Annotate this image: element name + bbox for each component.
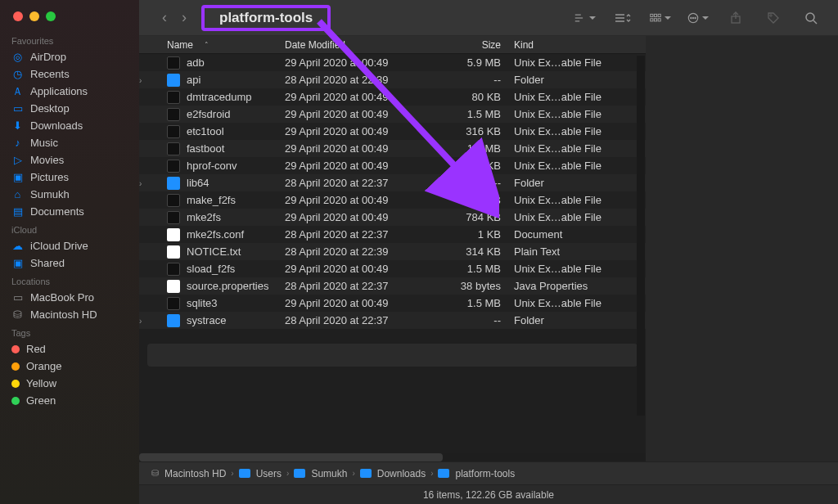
tag-dot-icon	[11, 345, 20, 353]
share-button[interactable]	[725, 9, 746, 27]
file-row[interactable]: dmtracedump 29 April 2020 at 00:49 80 KB…	[139, 88, 646, 106]
sidebar-item-airdrop[interactable]: ◎ AirDrop	[0, 48, 139, 65]
file-row[interactable]: › api 28 April 2020 at 22:39 -- Folder	[139, 71, 646, 88]
path-crumb[interactable]: Sumukh	[294, 468, 347, 479]
sidebar-item-downloads[interactable]: ⬇ Downloads	[0, 117, 139, 134]
column-header-date[interactable]: Date Modified	[285, 39, 440, 51]
vertical-scrollbar[interactable]	[637, 56, 645, 416]
file-row[interactable]: fastboot 29 April 2020 at 00:49 1.7 MB U…	[139, 140, 646, 157]
file-date: 29 April 2020 at 00:49	[285, 108, 440, 120]
file-name: dmtracedump	[187, 91, 251, 103]
forward-button[interactable]: ›	[182, 9, 187, 26]
sidebar-item-home[interactable]: ⌂ Sumukh	[0, 186, 139, 203]
svg-point-19	[806, 13, 814, 21]
sidebar-item-desktop[interactable]: ▭ Desktop	[0, 100, 139, 117]
crumb-label: platform-tools	[455, 468, 515, 479]
sidebar-item-hdd[interactable]: ⛁ Macintosh HD	[0, 306, 139, 323]
file-row[interactable]: make_f2fs 29 April 2020 at 00:49 257 KB …	[139, 191, 646, 209]
path-crumb[interactable]: ⛁Macintosh HD	[149, 467, 226, 479]
svg-point-18	[770, 14, 772, 16]
column-header-row: Name˄ Date Modified Size Kind	[139, 36, 646, 54]
file-kind: Unix Ex…able File	[514, 160, 628, 172]
file-date: 29 April 2020 at 00:49	[285, 125, 440, 137]
laptop-icon: ▭	[11, 291, 24, 304]
file-size: 1.5 MB	[440, 297, 514, 309]
file-row[interactable]: source.properties 28 April 2020 at 22:37…	[139, 277, 646, 295]
sidebar-tag-green[interactable]: Green	[0, 392, 139, 409]
sidebar-item-music[interactable]: ♪ Music	[0, 134, 139, 151]
file-kind: Folder	[514, 74, 628, 86]
minimize-window-button[interactable]	[29, 11, 39, 21]
file-row[interactable]: sload_f2fs 29 April 2020 at 00:49 1.5 MB…	[139, 260, 646, 277]
tag-button[interactable]	[763, 9, 784, 27]
file-name: lib64	[187, 177, 209, 189]
sidebar-item-shared[interactable]: ▣ Shared	[0, 254, 139, 272]
tag-dot-icon	[11, 362, 20, 371]
action-button[interactable]	[687, 9, 709, 27]
file-name: adb	[187, 56, 205, 69]
file-name: hprof-conv	[187, 160, 237, 172]
group-by-button[interactable]	[574, 9, 596, 27]
sidebar-section-tags: Tags	[0, 323, 139, 340]
sidebar-item-icloud[interactable]: ☁ iCloud Drive	[0, 237, 139, 254]
file-name: NOTICE.txt	[187, 245, 241, 258]
file-kind: Unix Ex…able File	[514, 125, 628, 137]
sidebar-item-label: Applications	[30, 85, 88, 97]
file-name: api	[187, 74, 200, 86]
crumb-label: Sumukh	[311, 468, 347, 479]
sidebar-tag-orange[interactable]: Orange	[0, 358, 139, 375]
column-header-size[interactable]: Size	[440, 39, 514, 51]
disclosure-triangle-icon[interactable]: ›	[139, 317, 142, 326]
sidebar-item-label: Orange	[26, 360, 61, 372]
file-size: 316 KB	[440, 125, 514, 137]
path-crumb[interactable]: Users	[239, 468, 282, 479]
sidebar-item-label: Recents	[30, 68, 70, 80]
sidebar-item-pictures[interactable]: ▣ Pictures	[0, 169, 139, 186]
sidebar-item-documents[interactable]: ▤ Documents	[0, 203, 139, 220]
view-options-button[interactable]	[612, 9, 633, 27]
file-row[interactable]: mke2fs.conf 28 April 2020 at 22:37 1 KB …	[139, 226, 646, 243]
horizontal-scrollbar[interactable]	[139, 453, 646, 461]
file-size: --	[440, 314, 514, 326]
folder-icon	[167, 314, 180, 327]
file-row[interactable]: NOTICE.txt 28 April 2020 at 22:39 314 KB…	[139, 243, 646, 260]
file-kind: Folder	[514, 314, 628, 326]
file-name: sqlite3	[187, 297, 218, 309]
file-row[interactable]: hprof-conv 29 April 2020 at 00:49 36 KB …	[139, 157, 646, 174]
search-button[interactable]	[800, 9, 822, 27]
file-row[interactable]: mke2fs 29 April 2020 at 00:49 784 KB Uni…	[139, 209, 646, 226]
back-button[interactable]: ‹	[162, 9, 167, 26]
icloud-icon: ☁	[11, 240, 24, 252]
file-row[interactable]: etc1tool 29 April 2020 at 00:49 316 KB U…	[139, 123, 646, 140]
exec-icon	[167, 108, 180, 121]
path-crumb[interactable]: Downloads	[360, 468, 426, 479]
zoom-window-button[interactable]	[46, 11, 56, 21]
exec-icon	[167, 297, 180, 310]
file-row[interactable]: e2fsdroid 29 April 2020 at 00:49 1.5 MB …	[139, 106, 646, 123]
file-name: make_f2fs	[187, 194, 236, 206]
arrange-button[interactable]	[650, 9, 671, 27]
file-kind: Unix Ex…able File	[514, 56, 628, 69]
file-row[interactable]: adb 29 April 2020 at 00:49 5.9 MB Unix E…	[139, 54, 646, 71]
disclosure-triangle-icon[interactable]: ›	[139, 179, 142, 188]
file-row[interactable]: › lib64 28 April 2020 at 22:37 -- Folder	[139, 174, 646, 191]
file-date: 28 April 2020 at 22:39	[285, 245, 440, 258]
file-size: 80 KB	[440, 91, 514, 103]
file-row[interactable]: › systrace 28 April 2020 at 22:37 -- Fol…	[139, 312, 646, 329]
sidebar-item-label: Green	[26, 394, 56, 407]
sidebar-item-clock[interactable]: ◷ Recents	[0, 65, 139, 83]
svg-rect-8	[658, 14, 660, 16]
file-row[interactable]: sqlite3 29 April 2020 at 00:49 1.5 MB Un…	[139, 295, 646, 312]
sidebar-item-laptop[interactable]: ▭ MacBook Pro	[0, 289, 139, 306]
path-crumb[interactable]: platform-tools	[438, 468, 515, 479]
sidebar-item-apps[interactable]: Ａ Applications	[0, 83, 139, 100]
sidebar-item-movies[interactable]: ▷ Movies	[0, 151, 139, 169]
chevron-right-icon: ›	[352, 469, 354, 478]
column-header-kind[interactable]: Kind	[514, 39, 628, 51]
column-header-name[interactable]: Name˄	[162, 39, 285, 51]
close-window-button[interactable]	[13, 11, 23, 21]
sidebar-tag-yellow[interactable]: Yellow	[0, 375, 139, 392]
sidebar-tag-red[interactable]: Red	[0, 340, 139, 358]
sidebar-item-label: Yellow	[26, 377, 56, 389]
disclosure-triangle-icon[interactable]: ›	[139, 76, 142, 85]
